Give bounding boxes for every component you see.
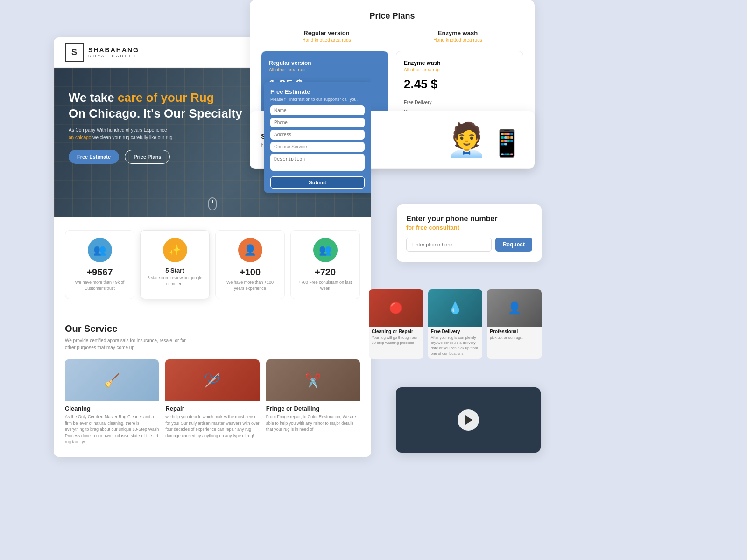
stat-label-3: +700 Free conulstant on last week	[296, 280, 354, 291]
service-card-fringe: ✂️ Fringe or Detailing From Fringe repai…	[266, 359, 360, 446]
service-img-cleaning: 🧹	[65, 359, 159, 401]
service-text-fringe: From Fringe repair, to Color Restoration…	[266, 414, 360, 433]
service-img-fringe: ✂️	[266, 359, 360, 401]
stat-label-1: 5 star score review on google comment	[146, 275, 204, 287]
stat-number-0: +9567	[86, 267, 113, 278]
hero-title-part2: On Chicago. It's Our Specialty	[69, 106, 242, 120]
phone-sub: for free consultant	[406, 224, 532, 231]
popup-service-select[interactable]: Choose Service	[270, 142, 365, 152]
right-service-card-1: 💧 Free Delivery After your rug is comple…	[428, 289, 483, 359]
logo-text: SHABAHANG ROYAL CARPET	[88, 46, 139, 58]
service-img-repair: 🪡	[165, 359, 259, 401]
popup-description-textarea[interactable]	[270, 154, 365, 171]
hero-desc-orange: on chicago	[69, 135, 91, 140]
logo-icon: S	[65, 43, 84, 62]
stat-icon-stars: ✨	[163, 238, 187, 262]
right-service-card-0: 🔴 Cleaning or Repair Your rug will go th…	[369, 289, 423, 359]
feature-enzyme-delivery: Free Delivery	[404, 98, 515, 107]
service-name-fringe: Fringe or Detailing	[266, 405, 360, 412]
scroll-indicator	[208, 197, 217, 210]
insurance-illustration: 🧑‍💼📱	[446, 120, 523, 159]
right-service-label-2: Professional	[487, 327, 542, 335]
price-plans-button[interactable]: Price Plans	[125, 150, 170, 164]
phone-request-button[interactable]: Request	[495, 238, 532, 252]
popup-name-input[interactable]	[270, 105, 365, 115]
right-services-grid: 🔴 Cleaning or Repair Your rug will go th…	[369, 289, 542, 359]
price-tab-enzyme[interactable]: Enzyme wash Hand knotted area rugs	[433, 29, 482, 42]
services-grid: 🧹 Cleaning As the Only Certified Master …	[65, 359, 360, 446]
services-section: Our Service We provide certified apprais…	[54, 312, 371, 457]
stat-card-3: 👥 +720 +700 Free conulstant on last week	[290, 230, 360, 299]
right-service-img-1: 💧	[428, 289, 483, 327]
popup-title: Free Estimate	[270, 88, 365, 95]
stat-number-3: +720	[315, 267, 336, 278]
price-card-regular-name: Regular version	[269, 60, 381, 66]
phone-input[interactable]	[406, 238, 492, 252]
stats-grid: 👥 +9567 We have more than +9k of Custome…	[65, 230, 360, 299]
stats-section: 👥 +9567 We have more than +9k of Custome…	[54, 217, 371, 312]
right-services-panel: 🔴 Cleaning or Repair Your rug will go th…	[369, 289, 542, 364]
stat-title-1: 5 Start	[165, 267, 184, 274]
hero-title-part1: We take	[69, 91, 118, 105]
price-tab-regular-name: Regular version	[302, 29, 351, 36]
stat-label-2: We have more than +100 years experience	[221, 280, 279, 291]
price-tab-enzyme-name: Enzyme wash	[433, 29, 482, 36]
service-card-repair: 🪡 Repair we help you decide which makes …	[165, 359, 259, 446]
right-service-img-2: 👤	[487, 289, 542, 327]
right-service-text-2: pick up, or our rugs.	[487, 335, 542, 343]
services-desc: We provide certified appraisals for insu…	[65, 337, 360, 351]
stat-number-2: +100	[240, 267, 261, 278]
play-button[interactable]	[458, 409, 479, 431]
popup-address-input[interactable]	[270, 130, 365, 140]
price-amount-enzyme: 2.45 $	[404, 77, 515, 91]
phone-title: Enter your phone number	[406, 215, 532, 223]
popup-phone-input[interactable]	[270, 118, 365, 127]
price-plans-title: Price Plans	[261, 11, 523, 21]
right-service-label-0: Cleaning or Repair	[369, 327, 423, 335]
right-service-label-1: Free Delivery	[428, 327, 483, 335]
hero-section: We take care of your Rug On Chicago. It'…	[54, 68, 371, 217]
stat-card-1: ✨ 5 Start 5 star score review on google …	[140, 230, 210, 299]
brand-sub: ROYAL CARPET	[88, 54, 139, 58]
stat-card-2: 👤 +100 We have more than +100 years expe…	[215, 230, 285, 299]
hero-desc-part2: we clean your rug carefully like our rug	[91, 135, 172, 140]
stat-icon-experience: 👤	[238, 238, 262, 262]
price-tabs: Regular version Hand knotted area rugs E…	[261, 29, 523, 42]
price-tab-regular-sub: Hand knotted area rugs	[302, 37, 351, 42]
right-service-card-2: 👤 Professional pick up, or our rugs.	[487, 289, 542, 359]
hero-desc-part1: As Company With hundred of years Experie…	[69, 127, 167, 133]
phone-consultant-panel: Enter your phone number for free consult…	[397, 204, 542, 262]
service-text-cleaning: As the Only Certified Master Rug Cleaner…	[65, 414, 159, 446]
popup-submit-button[interactable]: Submit	[270, 176, 365, 189]
price-tab-enzyme-sub: Hand knotted area rugs	[433, 37, 482, 42]
stat-icon-consultant: 👥	[313, 238, 338, 262]
brand-name: SHABAHANG	[88, 46, 139, 54]
service-name-repair: Repair	[165, 405, 259, 412]
stat-icon-customers: 👥	[88, 238, 112, 262]
stat-card-0: 👥 +9567 We have more than +9k of Custome…	[65, 230, 134, 299]
free-estimate-button[interactable]: Free Estimate	[69, 150, 119, 164]
logo-area: S SHABAHANG ROYAL CARPET	[65, 43, 139, 62]
popup-subtitle: Please fill information to our supporter…	[270, 97, 365, 102]
right-service-text-0: Your rug will go through our 10-step was…	[369, 335, 423, 348]
services-title: Our Service	[65, 323, 360, 334]
price-tab-regular[interactable]: Regular version Hand knotted area rugs	[302, 29, 351, 42]
service-text-repair: we help you decide which makes the most …	[165, 414, 259, 439]
hero-title-highlight: care of your Rug	[118, 91, 214, 105]
service-name-cleaning: Cleaning	[65, 405, 159, 412]
main-card: S SHABAHANG ROYAL CARPET 🔍 🛒 LOGIN / REG…	[54, 37, 371, 457]
phone-input-row: Request	[406, 238, 532, 252]
price-card-enzyme-sub: All other area rug	[404, 67, 515, 72]
video-panel	[396, 387, 541, 453]
service-card-cleaning: 🧹 Cleaning As the Only Certified Master …	[65, 359, 159, 446]
stat-label-0: We have more than +9k of Customer's trus…	[71, 280, 128, 291]
free-estimate-popup: Free Estimate Please fill information to…	[264, 82, 371, 193]
right-service-text-1: After your rug is completely dry, we sch…	[428, 335, 483, 359]
price-card-enzyme-name: Enzyme wash	[404, 60, 515, 66]
right-service-img-0: 🔴	[369, 289, 423, 327]
